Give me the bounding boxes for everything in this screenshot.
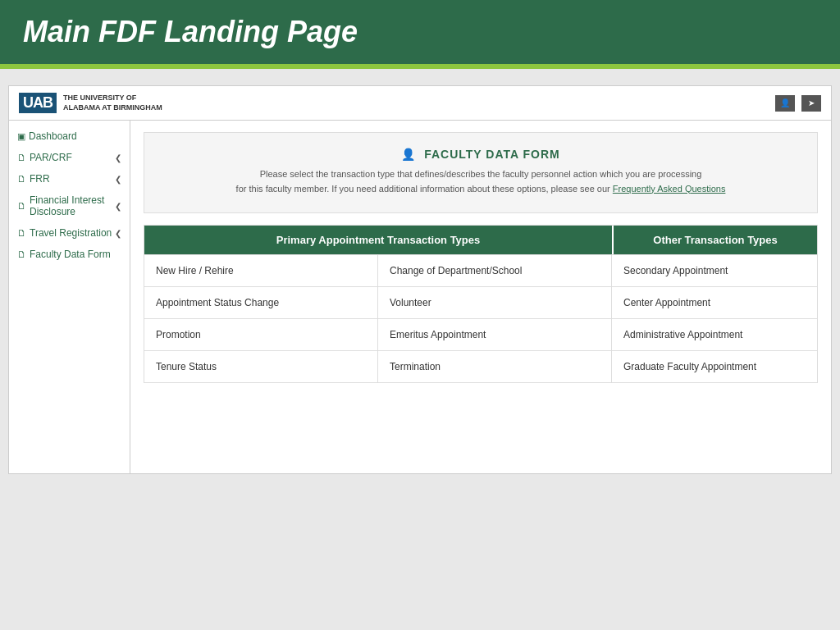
dashboard-icon: ▣ [17,131,25,142]
fdf-icon: 🗋 [17,249,26,259]
primary-transaction-header: Primary Appointment Transaction Types [144,226,612,254]
chevron-left-icon: ❮ [115,153,121,162]
chevron-left-icon: ❮ [115,229,121,238]
other-transaction-header: Other Transaction Types [612,226,817,254]
chevron-left-icon: ❮ [115,175,121,184]
sidebar-item-parcrf[interactable]: 🗋 PAR/CRF ❮ [9,147,130,168]
sidebar-item-frr[interactable]: 🗋 FRR ❮ [9,168,130,189]
sidebar-item-financial[interactable]: 🗋 Financial Interest Disclosure ❮ [9,189,130,222]
administrative-appointment-cell[interactable]: Administrative Appointment [612,319,817,350]
app-header: UAB THE UNIVERSITY OF ALABAMA AT BIRMING… [9,86,831,121]
chevron-left-icon: ❮ [115,202,121,211]
sidebar-item-label: Dashboard [29,130,77,142]
table-row: New Hire / Rehire Change of Department/S… [144,254,817,286]
promotion-cell[interactable]: Promotion [144,319,378,350]
center-appointment-cell[interactable]: Center Appointment [612,287,817,318]
travel-icon: 🗋 [17,228,26,238]
transaction-area: Primary Appointment Transaction Types Ot… [144,225,818,383]
sidebar-item-label: Travel Registration [30,227,112,239]
logo-text: THE UNIVERSITY OF ALABAMA AT BIRMINGHAM [63,94,162,112]
tenure-status-cell[interactable]: Tenure Status [144,351,378,382]
transaction-headers: Primary Appointment Transaction Types Ot… [144,226,817,254]
sidebar-item-dashboard[interactable]: ▣ Dashboard [9,126,130,147]
termination-cell[interactable]: Termination [378,351,612,382]
secondary-appointment-cell[interactable]: Secondary Appointment [612,255,817,286]
main-content: 👤 FACULTY DATA FORM Please select the tr… [130,121,831,473]
new-hire-rehire-cell[interactable]: New Hire / Rehire [144,255,378,286]
faq-link[interactable]: Frequently Asked Questions [613,184,726,194]
logo-box: UAB [19,93,57,113]
table-row: Appointment Status Change Volunteer Cent… [144,286,817,318]
sidebar: ▣ Dashboard 🗋 PAR/CRF ❮ 🗋 FRR [9,121,130,473]
table-row: Promotion Emeritus Appointment Administr… [144,318,817,350]
sidebar-item-label: Financial Interest Disclosure [30,194,115,217]
app-body: ▣ Dashboard 🗋 PAR/CRF ❮ 🗋 FRR [9,121,831,473]
page-wrapper: UAB THE UNIVERSITY OF ALABAMA AT BIRMING… [0,69,840,491]
sidebar-item-faculty-data-form[interactable]: 🗋 Faculty Data Form [9,244,130,265]
graduate-faculty-appointment-cell[interactable]: Graduate Faculty Appointment [612,351,817,382]
sidebar-item-travel[interactable]: 🗋 Travel Registration ❮ [9,222,130,244]
user-icon-button[interactable]: 👤 [775,95,795,112]
table-row: Tenure Status Termination Graduate Facul… [144,350,817,382]
header-icons: 👤 ➤ [775,95,821,112]
fdf-title: 👤 FACULTY DATA FORM [161,148,801,161]
person-icon: 👤 [401,148,416,161]
volunteer-cell[interactable]: Volunteer [378,287,612,318]
fdf-card: 👤 FACULTY DATA FORM Please select the tr… [144,132,818,213]
logout-icon-button[interactable]: ➤ [801,95,821,112]
financial-icon: 🗋 [17,201,26,211]
fdf-description: Please select the transaction type that … [161,167,801,196]
change-department-school-cell[interactable]: Change of Department/School [378,255,612,286]
sidebar-item-label: FRR [30,173,50,185]
page-title: Main FDF Landing Page [23,15,817,49]
parcrf-icon: 🗋 [17,153,26,162]
appointment-status-change-cell[interactable]: Appointment Status Change [144,287,378,318]
emeritus-appointment-cell[interactable]: Emeritus Appointment [378,319,612,350]
logo-area: UAB THE UNIVERSITY OF ALABAMA AT BIRMING… [19,93,162,113]
app-container: UAB THE UNIVERSITY OF ALABAMA AT BIRMING… [8,85,832,474]
frr-icon: 🗋 [17,174,26,184]
top-banner: Main FDF Landing Page [0,0,840,64]
sidebar-item-label: PAR/CRF [30,152,72,163]
sidebar-item-label: Faculty Data Form [30,249,111,260]
